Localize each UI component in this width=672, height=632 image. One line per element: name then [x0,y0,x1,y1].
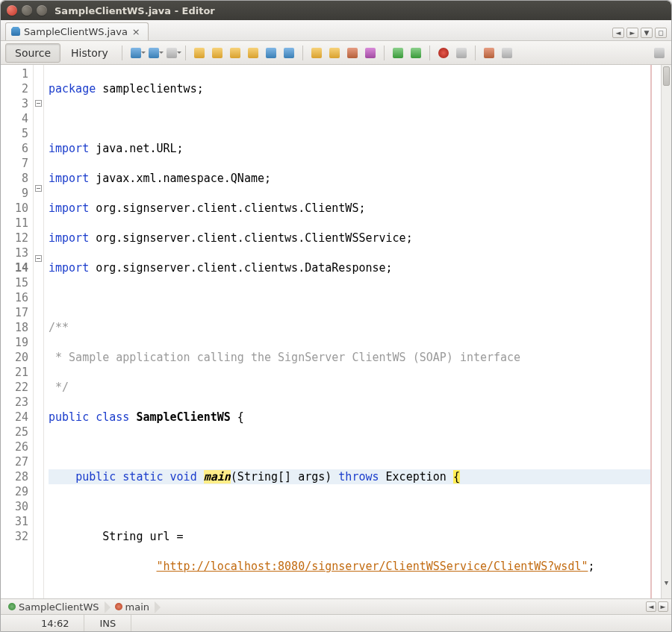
keyword: class [96,410,129,424]
class-icon [8,603,16,610]
method-name-main: main [204,470,231,484]
brace-highlight: { [453,470,460,484]
code-area[interactable]: package sampleclientws; import java.net.… [44,65,661,598]
window-title: SampleClientWS.java - Editor [55,5,215,16]
find-previous-icon[interactable] [211,46,224,60]
line-number[interactable]: 15 [1,275,28,290]
find-selection-icon[interactable] [193,46,206,60]
run-macro-icon[interactable] [482,46,496,60]
line-number[interactable]: 3 [1,96,28,111]
line-number[interactable]: 32 [1,529,28,544]
code-text: (String[] args) [231,470,339,484]
line-number[interactable]: 5 [1,126,28,141]
format-icon[interactable] [364,46,377,60]
toolbar-options-icon[interactable] [653,46,666,60]
line-number[interactable]: 12 [1,231,28,245]
tabs-list-dropdown[interactable]: ▼ [641,28,653,38]
scroll-down-icon[interactable]: ▼ [662,578,671,588]
fold-toggle-icon[interactable] [35,255,42,262]
shift-left-icon[interactable] [328,46,341,60]
comment: * Sample application calling the SignSer… [49,351,520,364]
line-number[interactable]: 27 [1,454,28,469]
scrollbar-thumb[interactable] [663,66,670,86]
stop-macro-icon[interactable] [437,46,450,60]
line-number[interactable]: 8 [1,171,28,186]
line-number[interactable]: 10 [1,201,28,216]
line-number[interactable]: 21 [1,365,28,380]
line-number[interactable]: 1 [1,66,28,81]
editor-toolbar: Source History [1,41,671,65]
macro-options-icon[interactable] [500,46,514,60]
line-number[interactable]: 31 [1,514,28,529]
record-macro-icon[interactable] [455,46,468,60]
vertical-scrollbar[interactable]: ▲ ▼ [661,65,671,598]
line-number[interactable]: 13 [1,245,28,260]
line-number[interactable]: 22 [1,380,28,395]
line-number[interactable]: 19 [1,335,28,350]
line-number[interactable]: 24 [1,410,28,425]
code-text: java.net.URL; [89,142,183,155]
line-number[interactable]: 2 [1,81,28,96]
line-number[interactable]: 23 [1,395,28,410]
fold-gutter[interactable] [34,65,44,598]
line-number[interactable]: 4 [1,111,28,126]
breadcrumb-class[interactable]: SampleClientWS [4,601,105,613]
keyword: static [122,470,163,484]
tabs-scroll-left-button[interactable]: ◄ [612,28,624,38]
find-next-icon[interactable] [228,46,242,60]
line-number[interactable]: 9 [1,186,28,201]
window-minimize-button[interactable] [22,5,32,16]
line-number-gutter[interactable]: 1234567891011121314151617181920212223242… [1,65,34,598]
line-number[interactable]: 20 [1,350,28,365]
toolbar-separator [475,46,476,60]
code-editor[interactable]: 1234567891011121314151617181920212223242… [1,65,671,598]
code-text: javax.xml.namespace.QName; [89,172,271,185]
breadcrumb: SampleClientWS main ◄ ► [1,598,671,615]
toolbar-separator [429,46,430,60]
line-number[interactable]: 28 [1,469,28,484]
forward-icon[interactable] [165,46,178,60]
uncomment-icon[interactable] [409,46,423,60]
class-name: SampleClientWS [136,410,230,424]
keyword: public [75,470,116,484]
toggle-bookmark-icon[interactable] [264,46,278,60]
line-number[interactable]: 25 [1,425,28,439]
comment-icon[interactable] [391,46,405,60]
line-number[interactable]: 30 [1,499,28,514]
fold-toggle-icon[interactable] [35,100,42,107]
tabs-scroll-right-button[interactable]: ► [626,28,638,38]
line-number[interactable]: 18 [1,320,28,335]
code-text: Exception [379,470,453,484]
toggle-highlight-icon[interactable] [246,46,260,60]
history-mode-button[interactable]: History [63,44,116,62]
previous-bookmark-icon[interactable] [310,46,323,60]
line-number[interactable]: 14 [1,260,28,275]
window-close-button[interactable] [7,5,17,16]
line-number[interactable]: 16 [1,290,28,305]
window-maximize-button[interactable] [37,5,47,16]
code-text: org.signserver.client.clientws.ClientWS; [89,201,365,215]
tabs-maximize-button[interactable]: ◻ [655,28,667,38]
last-edit-icon[interactable] [129,46,143,60]
line-number[interactable]: 7 [1,156,28,171]
line-number[interactable]: 6 [1,141,28,156]
keyword: throws [338,470,379,484]
line-number[interactable]: 17 [1,305,28,320]
back-icon[interactable] [147,46,161,60]
hscroll-left-button[interactable]: ◄ [646,601,656,612]
error-stripe[interactable] [650,65,661,598]
line-number[interactable]: 11 [1,216,28,231]
shift-right-icon[interactable] [346,46,359,60]
keyword: import [49,142,89,155]
file-tab-label: SampleClientWS.java [24,26,128,37]
line-number[interactable]: 29 [1,484,28,499]
breadcrumb-method[interactable]: main [111,601,155,613]
line-number[interactable]: 26 [1,439,28,454]
source-mode-button[interactable]: Source [5,43,60,63]
keyword: public [49,410,89,424]
hscroll-right-button[interactable]: ► [658,601,668,612]
fold-toggle-icon[interactable] [35,185,42,192]
next-bookmark-icon[interactable] [282,46,296,60]
status-insert-mode[interactable]: INS [84,615,131,631]
file-tab-sampleclientws[interactable]: SampleClientWS.java × [5,22,149,40]
